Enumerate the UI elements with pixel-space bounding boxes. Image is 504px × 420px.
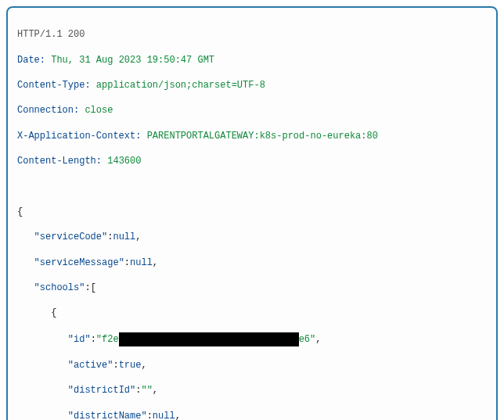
header-key: Date (17, 55, 40, 66)
header-connection: Connection: close (17, 104, 487, 117)
header-date: Date: Thu, 31 Aug 2023 19:50:47 GMT (17, 54, 487, 66)
blank-line (17, 180, 487, 192)
status-line: HTTP/1.1 200 (17, 28, 487, 41)
code-container: HTTP/1.1 200 Date: Thu, 31 Aug 2023 19:5… (6, 6, 498, 420)
header-content-length: Content-Length: 143600 (17, 155, 487, 167)
header-content-type: Content-Type: application/json;charset=U… (17, 79, 487, 92)
header-key: Content-Length (17, 156, 96, 167)
status-text: HTTP/1.1 200 (17, 29, 85, 40)
header-key: Content-Type (17, 80, 85, 91)
header-val: 143600 (107, 156, 141, 167)
header-val: close (85, 105, 113, 116)
header-x-application-context: X-Application-Context: PARENTPORTALGATEW… (17, 130, 487, 142)
header-val: application/json;charset=UTF-8 (96, 80, 265, 91)
json-open: { (17, 206, 487, 218)
json-servicemessage: "serviceMessage":null, (17, 257, 487, 269)
redaction-bar (119, 332, 299, 346)
json-districtid: "districtId":"", (17, 384, 487, 397)
json-schools: "schools":[ (17, 282, 487, 294)
header-val: Thu, 31 Aug 2023 19:50:47 GMT (51, 55, 214, 66)
header-key: Connection (17, 105, 74, 116)
header-val: PARENTPORTALGATEWAY:k8s-prod-no-eureka:8… (147, 131, 378, 142)
json-districtname: "districtName":null, (17, 410, 487, 420)
header-key: X-Application-Context (17, 131, 135, 142)
json-id: "id":"f2ee6", (17, 332, 487, 346)
json-item-open: { (17, 307, 487, 319)
json-servicecode: "serviceCode":null, (17, 231, 487, 243)
json-active: "active":true, (17, 359, 487, 372)
http-response-block: HTTP/1.1 200 Date: Thu, 31 Aug 2023 19:5… (17, 16, 487, 420)
